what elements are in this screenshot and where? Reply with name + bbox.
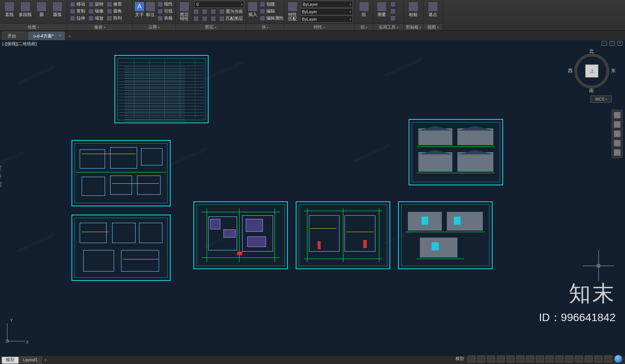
panel-title-view[interactable]: 视图 <box>423 23 443 30</box>
tool-rotate[interactable]: 旋转 <box>87 1 105 7</box>
status-clean-icon[interactable] <box>604 355 612 362</box>
panel-title-group[interactable]: 组 <box>355 23 373 30</box>
status-otrack-icon[interactable] <box>516 355 524 362</box>
sheet-design-notes[interactable] <box>114 55 209 123</box>
status-osnap-icon[interactable] <box>507 355 514 362</box>
prop-linetype-combo[interactable]: ByLayer <box>300 8 353 15</box>
tool-arc[interactable]: 圆弧 <box>50 1 65 23</box>
panel-title-annotate[interactable]: 注释 <box>133 23 175 30</box>
tool-create-block[interactable]: 创建 <box>259 1 285 7</box>
drawing-canvas[interactable]: [-][俯视][二维线框] – □ × 上 北 南 西 东 WCS www.zn… <box>0 40 625 355</box>
viewport-label[interactable]: [-][俯视][二维线框] <box>2 41 37 47</box>
close-icon[interactable]: × <box>59 34 61 38</box>
sheet-section[interactable] <box>398 201 493 269</box>
tool-text[interactable]: A文字 <box>134 1 145 23</box>
sheet-floorplan-2[interactable] <box>296 201 390 269</box>
tool-circle[interactable]: 圆 <box>34 1 49 23</box>
vp-maximize-icon[interactable]: □ <box>609 41 615 46</box>
ucs-icon[interactable]: Y X <box>5 320 29 344</box>
layer-btn-c[interactable] <box>209 8 217 15</box>
panel-title-layer[interactable]: 图层 <box>176 23 246 30</box>
tool-base[interactable]: 基点 <box>425 1 441 23</box>
sheet-elevation[interactable] <box>409 119 503 185</box>
tool-table[interactable]: 表格 <box>156 15 174 21</box>
vp-minimize-icon[interactable]: – <box>602 41 607 46</box>
layer-btn-f[interactable] <box>209 15 217 22</box>
status-polar-icon[interactable] <box>497 355 505 362</box>
layout-tab-model[interactable]: 模型 <box>2 357 19 364</box>
tool-insert[interactable]: 插入 <box>248 1 258 23</box>
status-ortho-icon[interactable] <box>487 355 495 362</box>
tool-stretch[interactable]: 拉伸 <box>69 15 86 21</box>
tool-edit-attr[interactable]: 编辑属性 <box>259 15 285 21</box>
status-space[interactable]: 模型 <box>454 356 466 362</box>
tool-mirror[interactable]: 镜像 <box>87 8 105 14</box>
tool-paste[interactable]: 粘贴 <box>405 1 421 23</box>
tool-edit-block[interactable]: 编辑 <box>259 8 285 14</box>
layer-btn-d[interactable] <box>192 15 200 22</box>
status-grid-icon[interactable] <box>468 355 475 362</box>
panel-title-block[interactable]: 块 <box>246 23 284 30</box>
status-trans-icon[interactable] <box>536 355 544 362</box>
util-c[interactable] <box>389 15 397 21</box>
layer-setcurrent[interactable]: 置为当前 <box>218 8 244 15</box>
tool-leader[interactable]: 引线 <box>156 8 174 14</box>
tool-copy[interactable]: 复制 <box>69 8 86 14</box>
nav-showmotion-icon[interactable] <box>614 149 621 156</box>
util-a[interactable] <box>389 1 397 7</box>
doc-tab-file[interactable]: o-d-4方案*× <box>28 32 65 40</box>
tool-dimension[interactable]: 标注 <box>145 1 155 23</box>
panel-title-clipboard[interactable]: 剪贴板 <box>404 23 423 30</box>
layer-match[interactable]: 匹配图层 <box>218 15 244 22</box>
status-snap-icon[interactable] <box>477 355 485 362</box>
tool-scale[interactable]: 缩放 <box>87 15 105 21</box>
layer-btn-a[interactable] <box>192 8 200 15</box>
panel-title-properties[interactable]: 特性 <box>284 23 354 30</box>
status-iso-icon[interactable] <box>585 355 593 362</box>
viewcube-west[interactable]: 西 <box>568 67 573 74</box>
tool-group[interactable]: 组 <box>356 1 371 23</box>
vp-close-icon[interactable]: × <box>617 41 623 46</box>
sheet-detail-2[interactable] <box>71 215 171 281</box>
nav-zoom-icon[interactable] <box>614 130 621 137</box>
viewcube-south[interactable]: 南 <box>589 87 594 94</box>
panel-title-modify[interactable]: 修改 <box>67 23 132 30</box>
viewcube-north[interactable]: 北 <box>589 48 594 55</box>
status-anno-icon[interactable] <box>555 355 563 362</box>
tool-fillet[interactable]: 圆角 <box>105 8 123 14</box>
nav-wheel-icon[interactable] <box>614 112 621 119</box>
wcs-dropdown[interactable]: WCS <box>591 96 612 103</box>
status-ws-icon[interactable] <box>565 355 573 362</box>
tool-measure[interactable]: 测量 <box>375 1 388 23</box>
tool-array[interactable]: 阵列 <box>105 15 123 21</box>
viewcube-east[interactable]: 东 <box>611 67 616 74</box>
add-tab-button[interactable]: ＋ <box>66 32 74 40</box>
viewcube-face-top[interactable]: 上 <box>585 64 598 78</box>
tool-matchprop[interactable]: 特性 匹配 <box>286 1 299 23</box>
tool-trim[interactable]: 修剪 <box>105 1 123 7</box>
tool-linear[interactable]: 线性 <box>156 1 174 7</box>
layout-tab-layout1[interactable]: Layout1 <box>19 357 42 364</box>
sheet-detail-1[interactable] <box>71 140 171 206</box>
doc-tab-start[interactable]: 开始 <box>2 32 27 40</box>
tool-layer-props[interactable]: 图层 特性 <box>177 1 191 23</box>
status-cycle-icon[interactable] <box>546 355 554 362</box>
nav-orbit-icon[interactable] <box>614 140 621 147</box>
status-monitor-icon[interactable] <box>575 355 583 362</box>
layout-add-button[interactable]: ＋ <box>42 357 49 363</box>
layer-btn-b[interactable] <box>201 8 209 15</box>
util-b[interactable] <box>389 8 397 14</box>
status-lweight-icon[interactable] <box>526 355 534 362</box>
panel-title-draw[interactable]: 绘图 <box>0 23 67 30</box>
panel-title-util[interactable]: 实用工具 <box>373 23 404 30</box>
layer-btn-e[interactable] <box>201 15 209 22</box>
tool-line[interactable]: 直线 <box>2 1 17 23</box>
prop-lineweight-combo[interactable]: ByLayer <box>300 16 353 23</box>
prop-color-combo[interactable]: ByLayer <box>301 1 353 8</box>
viewcube[interactable]: 上 北 南 西 东 <box>570 50 613 92</box>
nav-pan-icon[interactable] <box>614 121 621 128</box>
tool-polyline[interactable]: 多段线 <box>18 1 33 23</box>
tool-move[interactable]: 移动 <box>69 1 86 7</box>
sheet-floorplan-1[interactable] <box>193 201 288 269</box>
status-hw-icon[interactable] <box>595 355 602 362</box>
